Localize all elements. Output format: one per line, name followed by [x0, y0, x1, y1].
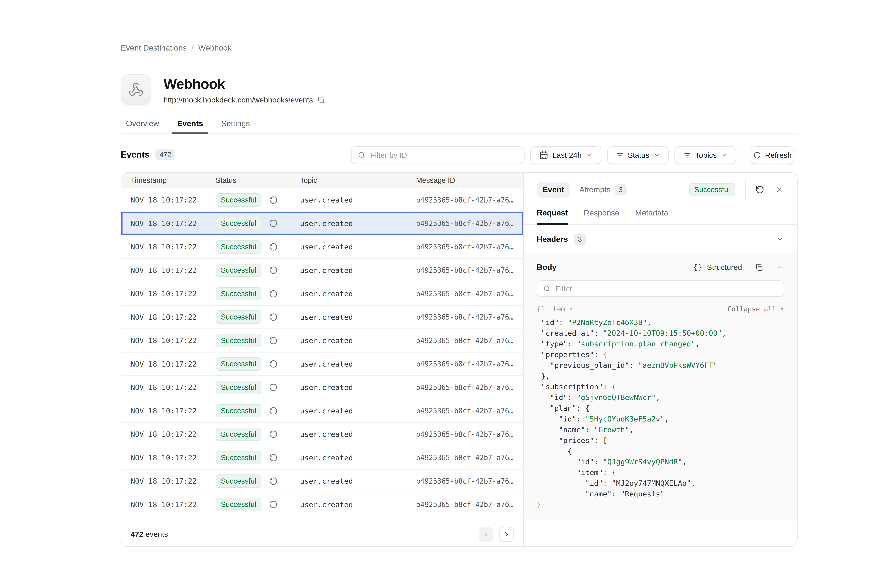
table-row[interactable]: NOV 18 10:17:22Successful user.createdb4…: [121, 470, 523, 493]
structured-view-toggle[interactable]: {} Structured: [693, 263, 742, 272]
footer-count: 472: [131, 530, 143, 538]
braces-icon: {}: [693, 263, 703, 271]
row-topic: user.created: [300, 500, 416, 509]
table-row[interactable]: NOV 18 10:17:22Successful user.createdb4…: [121, 446, 523, 470]
retry-icon[interactable]: [269, 243, 278, 251]
retry-icon[interactable]: [269, 313, 278, 321]
tab-settings[interactable]: Settings: [216, 118, 255, 133]
row-status-cell: Successful: [216, 287, 300, 300]
body-filter-input[interactable]: [555, 284, 784, 293]
events-table: Timestamp Status Topic Message ID NOV 18…: [121, 172, 523, 546]
table-row[interactable]: NOV 18 10:17:22Successful user.createdb4…: [121, 306, 523, 329]
pagination-next-button[interactable]: [499, 527, 514, 542]
retry-icon[interactable]: [269, 430, 278, 439]
pagination-prev-button[interactable]: [479, 527, 493, 542]
row-topic: user.created: [300, 219, 416, 228]
table-row[interactable]: NOV 18 10:17:22Successful user.createdb4…: [121, 329, 523, 352]
tab-metadata[interactable]: Metadata: [635, 207, 668, 224]
body-label: Body: [537, 262, 556, 272]
retry-icon[interactable]: [269, 336, 278, 345]
tab-response[interactable]: Response: [584, 207, 619, 224]
topics-filter-button[interactable]: Topics: [675, 146, 736, 164]
row-message-id: b4925365-b8cf-42b7-a76…: [416, 243, 523, 251]
refresh-icon: [753, 152, 761, 159]
retry-icon[interactable]: [269, 196, 278, 204]
row-message-id: b4925365-b8cf-42b7-a76…: [416, 360, 523, 368]
table-row[interactable]: NOV 18 10:17:22Successful user.createdb4…: [121, 235, 523, 259]
date-range-button[interactable]: Last 24h: [530, 146, 601, 164]
json-line: "id": "QJgg9WrS4vyQPNdR",: [537, 456, 784, 467]
breadcrumb-event-destinations[interactable]: Event Destinations: [121, 44, 187, 52]
retry-icon[interactable]: [269, 219, 278, 228]
table-row[interactable]: NOV 18 10:17:22Successful user.createdb4…: [121, 516, 523, 520]
retry-icon[interactable]: [269, 477, 278, 486]
row-timestamp: NOV 18 10:17:22: [131, 477, 216, 485]
status-badge: Successful: [216, 404, 262, 417]
table-row[interactable]: NOV 18 10:17:22Successful user.createdb4…: [121, 376, 523, 399]
table-row[interactable]: NOV 18 10:17:22Successful user.createdb4…: [121, 259, 523, 282]
chevron-down-icon[interactable]: [777, 236, 783, 243]
retry-icon[interactable]: [269, 290, 278, 298]
row-status-cell: Successful: [216, 404, 300, 417]
panel-tab-event[interactable]: Event: [537, 182, 570, 198]
row-status-cell: Successful: [216, 498, 300, 511]
row-timestamp: NOV 18 10:17:22: [131, 360, 216, 368]
json-items-label[interactable]: {1 item ↑: [537, 305, 573, 313]
retry-event-icon[interactable]: [755, 185, 764, 194]
view-mode-label: Structured: [707, 263, 742, 272]
row-status-cell: Successful: [216, 474, 300, 488]
copy-body-icon[interactable]: [755, 263, 763, 272]
row-status-cell: Successful: [216, 357, 300, 370]
table-row[interactable]: NOV 18 10:17:22Successful user.createdb4…: [121, 399, 523, 423]
entity-header: Webhook http://mock.hookdeck.com/webhook…: [121, 74, 325, 105]
status-badge: Successful: [216, 334, 262, 347]
panel-tab-attempts[interactable]: Attempts3: [579, 184, 627, 196]
table-row[interactable]: NOV 18 10:17:22Successful user.createdb4…: [121, 189, 523, 212]
col-timestamp: Timestamp: [131, 176, 216, 184]
row-topic: user.created: [300, 336, 416, 345]
row-message-id: b4925365-b8cf-42b7-a76…: [416, 266, 523, 274]
row-topic: user.created: [300, 290, 416, 298]
retry-icon[interactable]: [269, 406, 278, 415]
status-badge: Successful: [216, 451, 262, 464]
tab-events[interactable]: Events: [172, 118, 209, 133]
panel-bottom-strip: [524, 520, 797, 547]
json-line: "created_at": "2024-10-10T09:15:50+00:00…: [537, 328, 784, 339]
tab-overview[interactable]: Overview: [121, 118, 164, 133]
retry-icon[interactable]: [269, 360, 278, 368]
row-message-id: b4925365-b8cf-42b7-a76…: [416, 407, 523, 415]
table-row[interactable]: NOV 18 10:17:22Successful user.createdb4…: [121, 493, 523, 517]
retry-icon[interactable]: [269, 453, 278, 462]
retry-icon[interactable]: [269, 383, 278, 392]
events-controls: Events 472 Last 24h Status: [121, 146, 798, 164]
filter-by-id-input[interactable]: [370, 151, 524, 159]
chevron-up-icon[interactable]: [777, 264, 783, 271]
close-panel-icon[interactable]: [776, 186, 783, 194]
status-badge: Successful: [216, 264, 262, 277]
status-filter-button[interactable]: Status: [607, 146, 669, 164]
row-status-cell: Successful: [216, 381, 300, 394]
refresh-button[interactable]: Refresh: [751, 146, 794, 164]
row-timestamp: NOV 18 10:17:22: [131, 383, 216, 392]
events-heading: Events: [121, 150, 150, 160]
breadcrumb-separator: /: [191, 44, 194, 52]
row-status-cell: Successful: [216, 310, 300, 324]
tab-request[interactable]: Request: [537, 207, 568, 224]
row-message-id: b4925365-b8cf-42b7-a76…: [416, 501, 523, 508]
copy-url-icon[interactable]: [317, 96, 325, 104]
retry-icon[interactable]: [269, 500, 278, 509]
json-line: "properties": {: [537, 349, 784, 360]
table-row[interactable]: NOV 18 10:17:22Successful user.createdb4…: [121, 282, 523, 306]
body-filter-box: [537, 280, 784, 297]
col-message-id: Message ID: [416, 176, 523, 184]
row-timestamp: NOV 18 10:17:22: [131, 453, 216, 462]
table-row[interactable]: NOV 18 10:17:22Successful user.createdb4…: [121, 423, 523, 446]
headers-accordion[interactable]: Headers 3: [524, 225, 797, 254]
retry-icon[interactable]: [269, 266, 278, 274]
row-message-id: b4925365-b8cf-42b7-a76…: [416, 430, 523, 438]
row-message-id: b4925365-b8cf-42b7-a76…: [416, 196, 523, 204]
collapse-all-button[interactable]: Collapse all ↑: [727, 305, 784, 313]
row-timestamp: NOV 18 10:17:22: [131, 313, 216, 321]
table-row[interactable]: NOV 18 10:17:22Successful user.createdb4…: [121, 212, 523, 236]
table-row[interactable]: NOV 18 10:17:22Successful user.createdb4…: [121, 352, 523, 376]
